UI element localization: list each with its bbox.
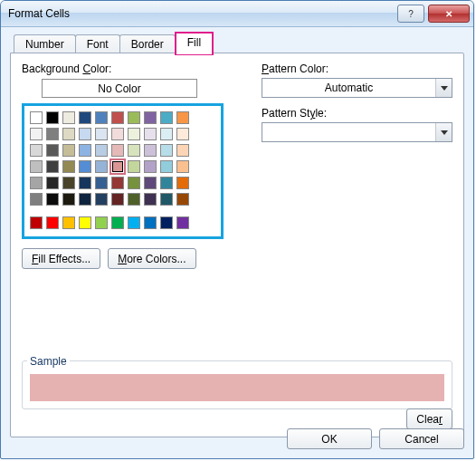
- color-swatch[interactable]: [62, 144, 75, 157]
- color-swatch[interactable]: [176, 160, 189, 173]
- no-color-button[interactable]: No Color: [42, 79, 197, 98]
- clear-button[interactable]: Clear: [406, 408, 452, 429]
- color-swatch[interactable]: [62, 111, 75, 124]
- color-swatch[interactable]: [160, 128, 173, 140]
- color-swatch[interactable]: [95, 193, 108, 206]
- color-swatch[interactable]: [128, 111, 140, 124]
- color-swatch[interactable]: [160, 111, 173, 124]
- help-button[interactable]: [397, 5, 424, 23]
- sample-box: [22, 360, 452, 409]
- close-button[interactable]: [428, 5, 470, 23]
- color-swatch[interactable]: [62, 160, 75, 173]
- pattern-style-combo[interactable]: [262, 122, 452, 142]
- color-swatch[interactable]: [111, 216, 124, 229]
- color-swatch[interactable]: [160, 160, 173, 173]
- color-swatch[interactable]: [46, 144, 59, 157]
- left-column: Background Color: No Color Fill Effects.…: [22, 62, 252, 269]
- pattern-color-value: Automatic: [262, 82, 435, 94]
- color-swatch[interactable]: [46, 216, 59, 229]
- color-swatch[interactable]: [79, 193, 91, 206]
- color-swatch[interactable]: [144, 193, 157, 206]
- theme-color-grid: [30, 111, 215, 207]
- color-swatch[interactable]: [30, 111, 43, 124]
- tab-border[interactable]: Border: [119, 34, 176, 54]
- color-swatch[interactable]: [176, 177, 189, 189]
- color-swatch[interactable]: [111, 160, 124, 173]
- color-swatch[interactable]: [30, 160, 43, 173]
- chevron-down-icon[interactable]: [435, 79, 452, 97]
- color-swatch[interactable]: [144, 111, 157, 124]
- color-swatch[interactable]: [30, 193, 43, 206]
- color-swatch[interactable]: [30, 144, 43, 157]
- color-swatch[interactable]: [62, 177, 75, 189]
- color-swatch[interactable]: [144, 160, 157, 173]
- color-swatch[interactable]: [46, 193, 59, 206]
- color-swatch[interactable]: [128, 193, 140, 206]
- color-swatch[interactable]: [46, 111, 59, 124]
- color-swatch[interactable]: [111, 128, 124, 140]
- color-swatch[interactable]: [176, 111, 189, 124]
- color-swatch[interactable]: [111, 177, 124, 189]
- no-color-label: No Color: [98, 82, 140, 95]
- color-swatch[interactable]: [30, 128, 43, 140]
- color-swatch[interactable]: [144, 144, 157, 157]
- palette-buttons: Fill Effects... More Colors...: [22, 248, 252, 269]
- cancel-button[interactable]: Cancel: [379, 428, 464, 449]
- color-swatch[interactable]: [46, 160, 59, 173]
- color-swatch[interactable]: [79, 177, 91, 189]
- color-swatch[interactable]: [46, 128, 59, 140]
- color-swatch[interactable]: [128, 128, 140, 140]
- tab-font[interactable]: Font: [75, 34, 120, 54]
- color-swatch[interactable]: [95, 216, 108, 229]
- color-swatch[interactable]: [79, 111, 91, 124]
- color-swatch[interactable]: [128, 177, 140, 189]
- window-title: Format Cells: [8, 7, 397, 20]
- color-swatch[interactable]: [176, 128, 189, 140]
- sample-label: Sample: [27, 355, 70, 368]
- color-swatch[interactable]: [30, 216, 43, 229]
- color-swatch[interactable]: [176, 216, 189, 229]
- standard-color-grid: [30, 216, 215, 231]
- color-swatch[interactable]: [95, 160, 108, 173]
- color-swatch[interactable]: [95, 128, 108, 140]
- ok-button[interactable]: OK: [287, 428, 372, 449]
- tab-number[interactable]: Number: [14, 34, 76, 54]
- color-swatch[interactable]: [160, 216, 173, 229]
- color-swatch[interactable]: [79, 144, 91, 157]
- color-swatch[interactable]: [79, 160, 91, 173]
- chevron-down-icon[interactable]: [435, 123, 452, 141]
- color-swatch[interactable]: [111, 144, 124, 157]
- color-swatch[interactable]: [128, 160, 140, 173]
- color-swatch[interactable]: [144, 177, 157, 189]
- color-swatch[interactable]: [111, 111, 124, 124]
- pattern-color-combo[interactable]: Automatic: [262, 78, 452, 98]
- color-swatch[interactable]: [144, 128, 157, 140]
- color-swatch[interactable]: [128, 144, 140, 157]
- dialog-buttons: OK Cancel: [287, 428, 464, 449]
- color-swatch[interactable]: [62, 128, 75, 140]
- tab-fill[interactable]: Fill: [175, 32, 214, 55]
- color-swatch[interactable]: [160, 193, 173, 206]
- color-swatch[interactable]: [46, 177, 59, 189]
- color-swatch[interactable]: [111, 193, 124, 206]
- background-color-label: Background Color:: [22, 62, 252, 75]
- color-swatch[interactable]: [30, 177, 43, 189]
- color-swatch[interactable]: [144, 216, 157, 229]
- more-colors-button[interactable]: More Colors...: [108, 248, 195, 269]
- fill-effects-button[interactable]: Fill Effects...: [22, 248, 100, 269]
- color-swatch[interactable]: [176, 193, 189, 206]
- color-swatch[interactable]: [160, 177, 173, 189]
- color-swatch[interactable]: [79, 216, 91, 229]
- color-swatch[interactable]: [79, 128, 91, 140]
- color-swatch[interactable]: [128, 216, 140, 229]
- color-swatch[interactable]: [95, 144, 108, 157]
- color-swatch[interactable]: [176, 144, 189, 157]
- sample-swatch: [30, 374, 444, 401]
- color-swatch[interactable]: [62, 216, 75, 229]
- color-swatch[interactable]: [95, 111, 108, 124]
- fill-panel: Background Color: No Color Fill Effects.…: [10, 53, 464, 437]
- titlebar[interactable]: Format Cells: [1, 1, 473, 27]
- color-swatch[interactable]: [160, 144, 173, 157]
- color-swatch[interactable]: [95, 177, 108, 189]
- color-swatch[interactable]: [62, 193, 75, 206]
